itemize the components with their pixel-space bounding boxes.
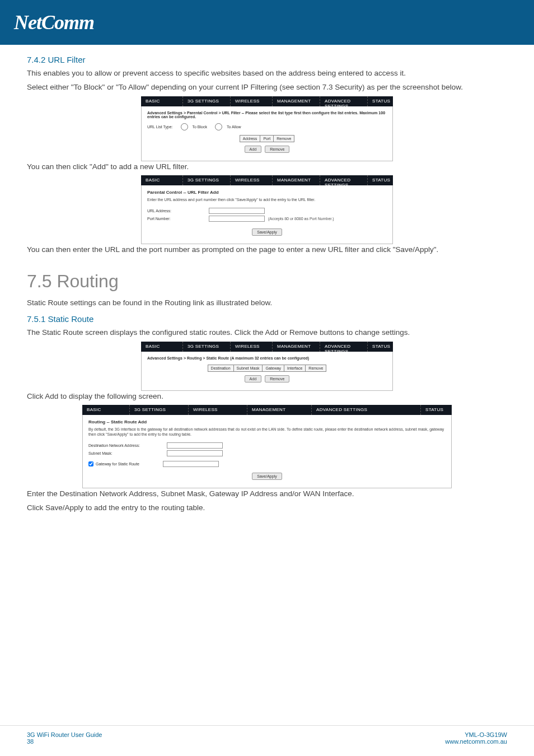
- subnet-input[interactable]: [167, 450, 223, 456]
- remove-button[interactable]: Remove: [265, 146, 289, 153]
- tab-management[interactable]: MANAGEMENT: [247, 405, 312, 415]
- router-ui-urlfilter-list: BASIC 3G SETTINGS WIRELESS MANAGEMENT AD…: [141, 96, 393, 161]
- staticroute-add-desc: By default, the 3G interface is the gate…: [88, 427, 446, 437]
- dest-addr-input[interactable]: [167, 442, 223, 449]
- breadcrumb-staticroute: Advanced Settings > Routing > Static Rou…: [147, 356, 387, 360]
- section-742-title: 7.4.2 URL Filter: [27, 55, 507, 64]
- opt-allow: To Allow: [227, 125, 241, 129]
- th-port: Port: [260, 135, 274, 142]
- tab-wireless[interactable]: WIRELESS: [231, 175, 273, 185]
- tab-management[interactable]: MANAGEMENT: [273, 96, 320, 106]
- router-tabs: BASIC 3G SETTINGS WIRELESS MANAGEMENT AD…: [141, 96, 393, 106]
- add-button[interactable]: Add: [245, 146, 261, 153]
- tab-advanced[interactable]: ADVANCED SETTINGS: [320, 342, 368, 352]
- logo: NetComm: [14, 11, 94, 34]
- tab-status[interactable]: STATUS: [368, 96, 393, 106]
- tab-management[interactable]: MANAGEMENT: [273, 342, 320, 352]
- section-742-p3: You can then click "Add" to add a new UR…: [27, 161, 507, 172]
- subnet-label: Subnet Mask:: [88, 451, 167, 455]
- tab-3gsettings[interactable]: 3G SETTINGS: [130, 405, 189, 415]
- add-button[interactable]: Add: [245, 375, 261, 382]
- router-ui-staticroute-list: BASIC 3G SETTINGS WIRELESS MANAGEMENT AD…: [141, 342, 393, 391]
- tab-status[interactable]: STATUS: [421, 405, 452, 415]
- staticroute-table: Destination Subnet Mask Gateway Interfac…: [208, 365, 327, 372]
- gateway-label: Gateway for Static Route: [96, 462, 163, 466]
- th-destination: Destination: [208, 365, 233, 371]
- th-remove: Remove: [306, 365, 326, 371]
- dest-addr-label: Destination Network Address:: [88, 444, 167, 447]
- urlfilter-table: Address Port Remove: [240, 135, 295, 142]
- footer-url: www.netcomm.com.au: [445, 738, 507, 745]
- header-bar: NetComm: [0, 0, 534, 45]
- tab-basic[interactable]: BASIC: [141, 175, 183, 185]
- section-751-p3: Enter the Destination Network Address, S…: [27, 488, 507, 500]
- url-address-input[interactable]: [209, 208, 265, 214]
- footer-page-number: 38: [27, 738, 102, 745]
- tab-3gsettings[interactable]: 3G SETTINGS: [183, 342, 231, 352]
- th-subnet: Subnet Mask: [233, 365, 263, 371]
- radio-to-allow[interactable]: [215, 123, 222, 130]
- section-75-p1: Static Route settings can be found in th…: [27, 297, 507, 309]
- router-ui-urlfilter-add: BASIC 3G SETTINGS WIRELESS MANAGEMENT AD…: [141, 175, 393, 244]
- urllist-label: URL List Type:: [147, 125, 173, 129]
- tab-advanced[interactable]: ADVANCED SETTINGS: [320, 96, 368, 106]
- router-tabs: BASIC 3G SETTINGS WIRELESS MANAGEMENT AD…: [141, 342, 393, 352]
- tab-status[interactable]: STATUS: [368, 342, 393, 352]
- tab-advanced[interactable]: ADVANCED SETTINGS: [320, 175, 368, 185]
- save-apply-button[interactable]: Save/Apply: [252, 228, 282, 236]
- remove-button[interactable]: Remove: [265, 375, 289, 382]
- footer-model: YML-O-3G19W: [445, 731, 507, 738]
- footer-guide-title: 3G WiFi Router User Guide: [27, 731, 102, 738]
- radio-to-block[interactable]: [181, 123, 188, 130]
- section-742-p2: Select either "To Block" or "To Allow" d…: [27, 82, 507, 93]
- section-751-p1: The Static Route screen displays the con…: [27, 327, 507, 338]
- tab-3gsettings[interactable]: 3G SETTINGS: [183, 96, 231, 106]
- th-interface: Interface: [284, 365, 306, 371]
- save-apply-button[interactable]: Save/Apply: [252, 473, 282, 480]
- tab-basic[interactable]: BASIC: [82, 405, 130, 415]
- section-751-p4: Click Save/Apply to add the entry to the…: [27, 502, 507, 514]
- tab-status[interactable]: STATUS: [368, 175, 393, 185]
- tab-management[interactable]: MANAGEMENT: [273, 175, 320, 185]
- page-content: 7.4.2 URL Filter This enables you to all…: [0, 45, 534, 514]
- page-footer: 3G WiFi Router User Guide 38 YML-O-3G19W…: [0, 725, 534, 745]
- port-note: (Accepts 80 or 8080 as Port Number.): [268, 217, 334, 221]
- router-tabs: BASIC 3G SETTINGS WIRELESS MANAGEMENT AD…: [82, 405, 452, 415]
- th-gateway: Gateway: [263, 365, 284, 371]
- section-751-title: 7.5.1 Static Route: [27, 314, 507, 324]
- tab-basic[interactable]: BASIC: [141, 96, 183, 106]
- th-address: Address: [240, 135, 260, 142]
- section-75-title: 7.5 Routing: [27, 271, 507, 292]
- urlfilter-add-desc: Enter the URL address and port number th…: [147, 197, 387, 202]
- staticroute-add-title: Routing -- Static Route Add: [88, 419, 446, 424]
- url-address-label: URL Address:: [147, 209, 209, 213]
- section-742-p4: You can then enter the URL and the port …: [27, 244, 507, 255]
- urlfilter-add-title: Parental Control -- URL Filter Add: [147, 190, 387, 195]
- tab-3gsettings[interactable]: 3G SETTINGS: [183, 175, 231, 185]
- gateway-input[interactable]: [163, 461, 219, 467]
- port-number-input[interactable]: [209, 216, 265, 222]
- port-number-label: Port Number:: [147, 217, 209, 221]
- section-742-p1: This enables you to allow or prevent acc…: [27, 68, 507, 79]
- url-list-type-row: URL List Type: To Block To Allow: [147, 123, 387, 130]
- router-ui-staticroute-add: BASIC 3G SETTINGS WIRELESS MANAGEMENT AD…: [82, 405, 452, 488]
- tab-wireless[interactable]: WIRELESS: [231, 96, 273, 106]
- tab-advanced[interactable]: ADVANCED SETTINGS: [312, 405, 421, 415]
- th-remove: Remove: [274, 135, 294, 142]
- tab-wireless[interactable]: WIRELESS: [231, 342, 273, 352]
- tab-basic[interactable]: BASIC: [141, 342, 183, 352]
- tab-wireless[interactable]: WIRELESS: [189, 405, 247, 415]
- section-751-p2: Click Add to display the following scree…: [27, 391, 507, 402]
- router-tabs: BASIC 3G SETTINGS WIRELESS MANAGEMENT AD…: [141, 175, 393, 185]
- opt-block: To Block: [193, 125, 207, 129]
- gateway-checkbox[interactable]: [88, 461, 93, 466]
- breadcrumb-urlfilter: Advanced Settings > Parental Control > U…: [147, 111, 387, 119]
